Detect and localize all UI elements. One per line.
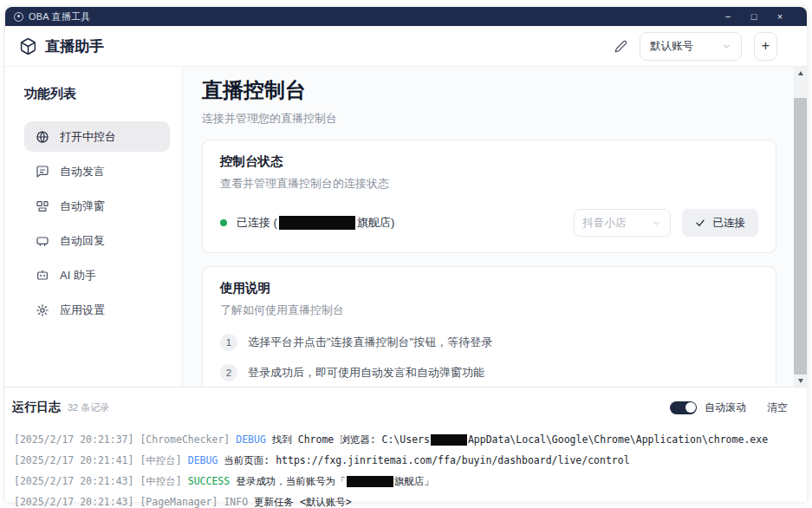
scrollbar-thumb[interactable] (794, 98, 807, 374)
scrollbar-track[interactable] (794, 79, 807, 374)
redacted-username (431, 434, 467, 446)
window-body: 功能列表 打开中控台 (5, 67, 807, 387)
step-text: 选择平台并点击"连接直播控制台"按钮，等待登录 (248, 335, 492, 350)
edit-account-icon[interactable] (614, 40, 627, 53)
sidebar-item-label: 打开中控台 (60, 129, 116, 145)
sidebar-item-auto-reply[interactable]: 自动回复 (24, 225, 170, 256)
scroll-down-arrow-icon[interactable] (794, 374, 807, 387)
clear-log-button[interactable]: 清空 (767, 401, 788, 415)
autoscroll-toggle[interactable] (670, 401, 697, 414)
message-icon (36, 234, 49, 248)
globe-icon (36, 130, 49, 144)
chevron-down-icon (652, 218, 661, 228)
window-title: OBA 直播工具 (29, 10, 90, 23)
window-controls: − □ × (715, 7, 798, 26)
account-select-value: 默认账号 (650, 39, 693, 54)
redacted-shop-name (347, 476, 393, 487)
gear-icon (36, 303, 49, 317)
check-icon (695, 218, 705, 228)
add-account-button[interactable]: + (754, 32, 777, 61)
autoscroll-label: 自动滚动 (705, 401, 746, 415)
log-level: DEBUG (188, 454, 218, 466)
log-title: 运行日志 (12, 400, 61, 415)
status-card-subtitle: 查看并管理直播控制台的连接状态 (220, 176, 758, 192)
sidebar-item-label: 自动回复 (60, 233, 105, 249)
log-level: DEBUG (236, 433, 266, 446)
redacted-shop-name (279, 216, 355, 230)
connection-status-row: 已连接 (旗舰店) 抖音小店 已连 (220, 209, 758, 237)
sidebar: 功能列表 打开中控台 (5, 67, 183, 387)
titlebar[interactable]: OBA 直播工具 − □ × (5, 7, 807, 26)
connected-button[interactable]: 已连接 (682, 209, 759, 237)
console-status-card: 控制台状态 查看并管理直播控制台的连接状态 已连接 (旗舰店) 抖音小店 (202, 140, 776, 253)
status-dot (220, 219, 227, 226)
page-title: 直播助手 (45, 36, 104, 56)
log-entry: [2025/2/17 20:21:37] [ChromeChecker] DEB… (14, 429, 800, 450)
log-entry: [2025/2/17 20:21:43] [PageManager] INFO … (14, 492, 800, 508)
maximize-button[interactable]: □ (741, 7, 767, 26)
scroll-up-arrow-icon[interactable] (794, 67, 807, 79)
sidebar-item-auto-speak[interactable]: 自动发言 (24, 156, 170, 186)
guide-card-title: 使用说明 (220, 280, 758, 296)
sidebar-nav: 打开中控台 自动发言 (24, 121, 170, 325)
usage-guide-card: 使用说明 了解如何使用直播控制台 1 选择平台并点击"连接直播控制台"按钮，等待… (202, 266, 776, 387)
chat-bubble-icon (36, 165, 49, 179)
sidebar-item-auto-popup[interactable]: 自动弹窗 (24, 191, 170, 221)
bot-icon (36, 269, 49, 283)
platform-select[interactable]: 抖音小店 (574, 209, 671, 237)
platform-select-value: 抖音小店 (583, 216, 627, 231)
log-lines: [2025/2/17 20:21:37] [ChromeChecker] DEB… (5, 422, 807, 508)
guide-step: 2 登录成功后，即可使用自动发言和自动弹窗功能 (220, 364, 758, 381)
sidebar-item-label: AI 助手 (60, 268, 96, 283)
sidebar-heading: 功能列表 (24, 86, 170, 102)
sidebar-item-label: 应用设置 (60, 303, 105, 318)
step-text: 登录成功后，即可使用自动发言和自动弹窗功能 (248, 365, 484, 381)
content-subtitle: 连接并管理您的直播控制台 (202, 111, 776, 127)
close-button[interactable]: × (767, 7, 793, 26)
content-title: 直播控制台 (202, 77, 776, 103)
main-content: 直播控制台 连接并管理您的直播控制台 控制台状态 查看并管理直播控制台的连接状态… (183, 67, 794, 387)
package-icon (19, 37, 37, 55)
connection-status-text: 已连接 (旗舰店) (237, 215, 394, 231)
app-window: OBA 直播工具 − □ × 直播助手 默认账号 (5, 7, 807, 502)
app-header: 直播助手 默认账号 + (5, 26, 807, 67)
sidebar-item-label: 自动发言 (60, 164, 105, 179)
log-count-badge: 32 条记录 (68, 401, 109, 414)
log-header: 运行日志 32 条记录 自动滚动 清空 (5, 388, 807, 422)
account-select[interactable]: 默认账号 (640, 32, 742, 61)
guide-card-subtitle: 了解如何使用直播控制台 (220, 303, 758, 318)
log-level: INFO (224, 496, 248, 508)
panels-icon (36, 199, 49, 213)
minimize-button[interactable]: − (715, 7, 741, 26)
status-card-title: 控制台状态 (220, 153, 758, 170)
log-level: SUCCESS (188, 475, 230, 487)
log-entry: [2025/2/17 20:21:43] [中控台] SUCCESS 登录成功，… (14, 471, 800, 492)
app-icon (14, 12, 23, 22)
sidebar-item-label: 自动弹窗 (60, 199, 105, 214)
sidebar-item-app-settings[interactable]: 应用设置 (24, 295, 170, 325)
chevron-down-icon (722, 42, 731, 51)
log-panel: 运行日志 32 条记录 自动滚动 清空 [2025/2/17 20:21:37]… (5, 387, 807, 502)
guide-step: 1 选择平台并点击"连接直播控制台"按钮，等待登录 (220, 334, 758, 351)
sidebar-item-ai-assistant[interactable]: AI 助手 (24, 260, 170, 290)
sidebar-item-open-console[interactable]: 打开中控台 (24, 121, 170, 152)
vertical-scrollbar[interactable] (794, 67, 807, 387)
step-number: 1 (220, 334, 237, 351)
log-entry: [2025/2/17 20:21:41] [中控台] DEBUG 当前页面: h… (14, 450, 800, 471)
step-number: 2 (220, 364, 237, 381)
